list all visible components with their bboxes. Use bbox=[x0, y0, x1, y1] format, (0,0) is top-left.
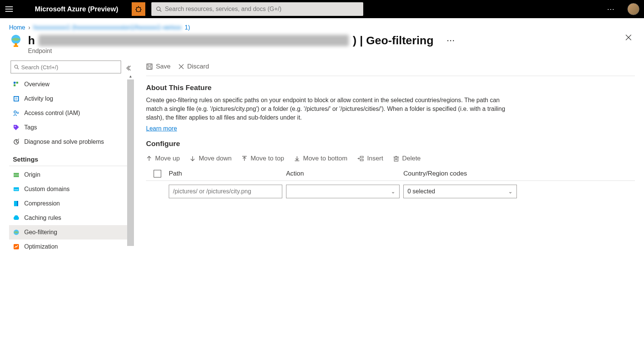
sidebar-item-label: Origin bbox=[24, 171, 40, 178]
user-avatar[interactable] bbox=[627, 3, 639, 15]
sidebar-item-label: Caching rules bbox=[24, 215, 61, 221]
about-heading: About This Feature bbox=[146, 84, 635, 92]
sidebar-item-label: Custom domains bbox=[24, 186, 70, 193]
svg-line-30 bbox=[18, 139, 19, 140]
sidebar-item-custom-domains[interactable]: www Custom domains bbox=[9, 182, 134, 196]
page-header-more-button[interactable]: ⋯ bbox=[446, 36, 455, 45]
tags-icon bbox=[13, 124, 20, 131]
page-title-prefix: h bbox=[28, 34, 35, 47]
table-header: Path Action Country/Region codes bbox=[146, 167, 635, 181]
chevron-down-icon: ⌄ bbox=[391, 188, 395, 194]
path-input[interactable] bbox=[169, 185, 282, 198]
search-icon bbox=[14, 64, 19, 70]
delete-button[interactable]: Delete bbox=[393, 155, 421, 162]
svg-rect-31 bbox=[14, 173, 19, 174]
close-icon bbox=[178, 64, 184, 70]
country-select[interactable]: 0 selected ⌄ bbox=[403, 185, 517, 198]
sidebar-item-caching-rules[interactable]: Caching rules bbox=[9, 211, 134, 225]
svg-point-15 bbox=[15, 65, 18, 68]
breadcrumb-home[interactable]: Home bbox=[9, 24, 25, 31]
sidebar-item-origin[interactable]: Origin bbox=[9, 168, 134, 182]
svg-rect-48 bbox=[360, 159, 363, 161]
svg-rect-23 bbox=[14, 97, 18, 101]
action-select[interactable]: ⌄ bbox=[286, 185, 400, 198]
svg-rect-32 bbox=[14, 174, 19, 176]
svg-rect-18 bbox=[16, 82, 18, 84]
save-button[interactable]: Save bbox=[146, 63, 171, 70]
sidebar-item-label: Overview bbox=[24, 81, 50, 88]
column-header-action: Action bbox=[286, 170, 403, 177]
svg-line-4 bbox=[136, 7, 137, 8]
page-subtitle: Endpoint bbox=[28, 48, 620, 54]
svg-rect-19 bbox=[14, 84, 16, 86]
sidebar-item-label: Diagnose and solve problems bbox=[24, 138, 104, 145]
svg-point-8 bbox=[157, 7, 160, 11]
optimization-icon bbox=[13, 243, 20, 250]
page-header: h ) | Geo-filtering ⋯ Endpoint bbox=[9, 34, 635, 54]
hamburger-menu[interactable] bbox=[5, 5, 14, 14]
sidebar-item-label: Activity log bbox=[24, 95, 53, 102]
overview-icon bbox=[13, 81, 20, 88]
svg-line-16 bbox=[17, 68, 19, 69]
sidebar-item-label: Tags bbox=[24, 124, 37, 131]
move-to-bottom-button[interactable]: Move to bottom bbox=[294, 155, 347, 162]
collapse-sidebar-button[interactable] bbox=[123, 65, 134, 71]
main-content: Save Discard About This Feature Create g… bbox=[134, 59, 635, 254]
sidebar-item-compression[interactable]: Compression bbox=[9, 196, 134, 211]
caching-rules-icon bbox=[13, 215, 20, 221]
sidebar-item-optimization[interactable]: Optimization bbox=[9, 240, 134, 254]
sidebar-item-tags[interactable]: Tags bbox=[9, 120, 134, 135]
scrollbar-up-button[interactable]: ▲ bbox=[127, 73, 134, 79]
sidebar-item-diagnose[interactable]: Diagnose and solve problems bbox=[9, 135, 134, 149]
arrow-top-icon bbox=[241, 156, 247, 162]
page-title-redacted bbox=[39, 35, 349, 46]
sidebar-item-geo-filtering[interactable]: Geo-filtering bbox=[9, 225, 134, 240]
move-to-top-button[interactable]: Move to top bbox=[241, 155, 284, 162]
svg-text:www: www bbox=[14, 188, 19, 191]
breadcrumb-tail: 1) bbox=[185, 24, 190, 31]
svg-line-9 bbox=[160, 10, 162, 12]
svg-line-5 bbox=[140, 7, 141, 8]
brand-label[interactable]: Microsoft Azure (Preview) bbox=[35, 5, 118, 13]
bug-report-button[interactable] bbox=[132, 2, 145, 16]
discard-button[interactable]: Discard bbox=[178, 63, 209, 70]
arrow-up-icon bbox=[146, 156, 152, 162]
sidebar: Overview Activity log Access control (IA… bbox=[9, 59, 134, 254]
activity-log-icon bbox=[13, 95, 20, 102]
svg-rect-33 bbox=[14, 176, 19, 177]
compression-icon bbox=[13, 200, 20, 207]
svg-point-27 bbox=[17, 112, 19, 114]
svg-point-26 bbox=[14, 111, 16, 113]
close-blade-button[interactable] bbox=[625, 34, 635, 41]
sidebar-search[interactable] bbox=[11, 61, 121, 73]
sidebar-search-input[interactable] bbox=[21, 64, 118, 70]
breadcrumb-resource[interactable]: hxxxxxxxxxx1 (hxxxxxxxxxxxxxxxion1/hxxxx… bbox=[33, 24, 182, 31]
chevron-down-icon: ⌄ bbox=[508, 188, 513, 194]
learn-more-link[interactable]: Learn more bbox=[146, 125, 177, 132]
delete-icon bbox=[393, 156, 399, 162]
svg-rect-17 bbox=[14, 82, 16, 84]
move-up-button[interactable]: Move up bbox=[146, 155, 180, 162]
topbar-more-button[interactable]: ⋯ bbox=[607, 5, 615, 14]
country-select-value: 0 selected bbox=[408, 188, 435, 195]
endpoint-globe-icon bbox=[9, 34, 23, 48]
move-down-button[interactable]: Move down bbox=[190, 155, 232, 162]
insert-button[interactable]: Insert bbox=[357, 155, 383, 162]
select-all-checkbox[interactable] bbox=[154, 170, 161, 177]
arrow-bottom-icon bbox=[294, 156, 300, 162]
column-header-path: Path bbox=[169, 170, 286, 177]
geo-filtering-icon bbox=[13, 229, 20, 236]
chevron-right-icon: › bbox=[28, 24, 30, 31]
scrollbar-thumb[interactable] bbox=[127, 79, 134, 246]
arrow-down-icon bbox=[190, 156, 196, 162]
global-search[interactable] bbox=[151, 2, 363, 16]
svg-point-28 bbox=[15, 126, 16, 127]
sidebar-item-label: Access control (IAM) bbox=[24, 110, 80, 117]
origin-icon bbox=[13, 171, 20, 178]
global-search-input[interactable] bbox=[165, 6, 359, 12]
about-text: Create geo-filtering rules on specific p… bbox=[146, 96, 509, 122]
sidebar-item-access-control[interactable]: Access control (IAM) bbox=[9, 106, 134, 120]
topbar: Microsoft Azure (Preview) ⋯ bbox=[0, 0, 644, 18]
sidebar-item-overview[interactable]: Overview bbox=[9, 77, 134, 92]
sidebar-item-activity-log[interactable]: Activity log bbox=[9, 92, 134, 106]
